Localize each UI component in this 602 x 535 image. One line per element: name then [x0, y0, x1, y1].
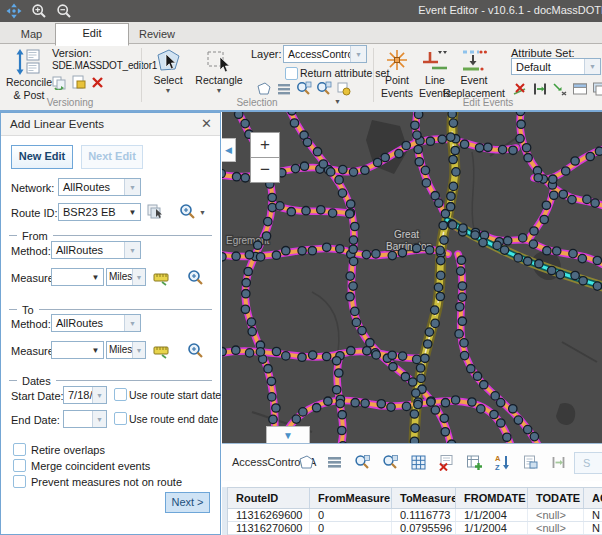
- event-point[interactable]: [287, 208, 295, 216]
- event-point[interactable]: [339, 165, 347, 173]
- to-measure-combo[interactable]: ▼: [51, 341, 104, 359]
- event-point[interactable]: [435, 199, 443, 207]
- event-point[interactable]: [553, 247, 561, 255]
- event-point[interactable]: [241, 305, 249, 313]
- new-edit-button[interactable]: New Edit: [11, 145, 73, 169]
- event-point[interactable]: [504, 237, 512, 245]
- table-measure-icon[interactable]: [550, 454, 567, 471]
- end-date-combo-arrow[interactable]: ▼: [92, 411, 106, 427]
- event-point[interactable]: [346, 272, 354, 280]
- event-point[interactable]: [298, 353, 306, 361]
- from-method-combo-arrow[interactable]: ▼: [124, 242, 140, 258]
- pan-icon[interactable]: [6, 3, 22, 19]
- event-point[interactable]: [387, 403, 395, 411]
- event-point[interactable]: [302, 207, 310, 215]
- end-date-combo[interactable]: ▼: [63, 410, 107, 428]
- event-point[interactable]: [398, 249, 406, 257]
- to-ruler-icon[interactable]: [153, 342, 170, 359]
- event-point[interactable]: [312, 404, 320, 412]
- event-point[interactable]: [593, 282, 601, 290]
- event-point[interactable]: [568, 195, 576, 203]
- event-point[interactable]: [349, 236, 357, 244]
- event-point[interactable]: [395, 149, 403, 157]
- event-point[interactable]: [591, 199, 599, 207]
- table-save-button[interactable]: S: [574, 452, 602, 474]
- event-point[interactable]: [328, 209, 336, 217]
- event-point[interactable]: [347, 200, 355, 208]
- event-point[interactable]: [421, 166, 429, 174]
- event-point[interactable]: [242, 290, 250, 298]
- event-point[interactable]: [460, 339, 468, 347]
- event-point[interactable]: [413, 131, 421, 139]
- event-point[interactable]: [457, 256, 465, 264]
- event-point[interactable]: [388, 251, 396, 259]
- event-point[interactable]: [242, 279, 250, 287]
- from-units-combo[interactable]: Miles ▼: [106, 268, 146, 286]
- event-point[interactable]: [232, 252, 240, 260]
- to-method-combo-arrow[interactable]: ▼: [124, 315, 140, 331]
- event-point[interactable]: [439, 221, 447, 229]
- event-point[interactable]: [372, 351, 380, 359]
- network-combo-arrow[interactable]: ▼: [124, 179, 140, 195]
- select-dropdown-caret[interactable]: ▼: [146, 87, 190, 94]
- collapse-panel-left-button[interactable]: ◀: [222, 138, 236, 162]
- snap-events-icon[interactable]: [552, 81, 568, 97]
- event-point[interactable]: [446, 203, 454, 211]
- event-point[interactable]: [530, 432, 538, 440]
- event-point[interactable]: [409, 378, 417, 386]
- event-point[interactable]: [524, 425, 532, 433]
- event-point[interactable]: [571, 271, 579, 279]
- event-point[interactable]: [425, 328, 433, 336]
- event-point[interactable]: [449, 119, 457, 127]
- from-measure-combo-arrow[interactable]: ▼: [88, 269, 103, 285]
- event-point[interactable]: [467, 365, 475, 373]
- event-point[interactable]: [524, 154, 532, 162]
- event-point[interactable]: [548, 266, 556, 274]
- event-point[interactable]: [571, 157, 579, 165]
- column-header[interactable]: RouteID: [228, 488, 310, 508]
- event-point[interactable]: [517, 120, 525, 128]
- event-point[interactable]: [490, 410, 498, 418]
- event-point[interactable]: [459, 224, 467, 232]
- event-point[interactable]: [414, 112, 422, 119]
- zoom-out-icon[interactable]: [56, 3, 72, 19]
- event-point[interactable]: [509, 146, 517, 154]
- rectangle-tool-button[interactable]: Rectangle ▼: [192, 48, 246, 94]
- table-report-icon[interactable]: [522, 454, 539, 471]
- event-point[interactable]: [473, 372, 481, 380]
- route-zoom-icon[interactable]: [179, 203, 196, 220]
- column-header[interactable]: FROMDATE: [456, 488, 528, 508]
- event-point[interactable]: [437, 256, 445, 264]
- event-point[interactable]: [222, 348, 226, 356]
- to-method-combo[interactable]: AllRoutes ▼: [51, 314, 141, 332]
- event-point[interactable]: [245, 349, 253, 357]
- event-point[interactable]: [410, 410, 418, 418]
- use-route-start-checkbox[interactable]: [114, 388, 127, 401]
- event-point[interactable]: [458, 282, 466, 290]
- event-point[interactable]: [300, 162, 308, 170]
- event-point[interactable]: [264, 365, 272, 373]
- event-point[interactable]: [338, 189, 346, 197]
- event-point[interactable]: [361, 166, 369, 174]
- column-header[interactable]: TODATE: [528, 488, 584, 508]
- event-point[interactable]: [427, 398, 435, 406]
- network-combo[interactable]: AllRoutes ▼: [58, 178, 141, 196]
- event-point[interactable]: [519, 234, 527, 242]
- event-point[interactable]: [388, 351, 396, 359]
- layer-combo[interactable]: AccessControl_A ▼: [283, 45, 367, 63]
- event-point[interactable]: [413, 244, 421, 252]
- event-point[interactable]: [451, 146, 459, 154]
- reconcile-post-button[interactable]: Reconcile & Post: [3, 48, 55, 102]
- event-point[interactable]: [232, 346, 240, 354]
- event-point[interactable]: [363, 347, 371, 355]
- table-calculate-icon[interactable]: [410, 454, 427, 471]
- event-point[interactable]: [351, 399, 359, 407]
- attribute-list-icon[interactable]: [276, 81, 292, 97]
- event-point[interactable]: [324, 397, 332, 405]
- event-point[interactable]: [308, 247, 316, 255]
- from-method-combo[interactable]: AllRoutes ▼: [51, 241, 141, 259]
- event-point[interactable]: [256, 253, 264, 261]
- event-point[interactable]: [319, 160, 327, 168]
- event-point[interactable]: [276, 202, 284, 210]
- event-point[interactable]: [349, 282, 357, 290]
